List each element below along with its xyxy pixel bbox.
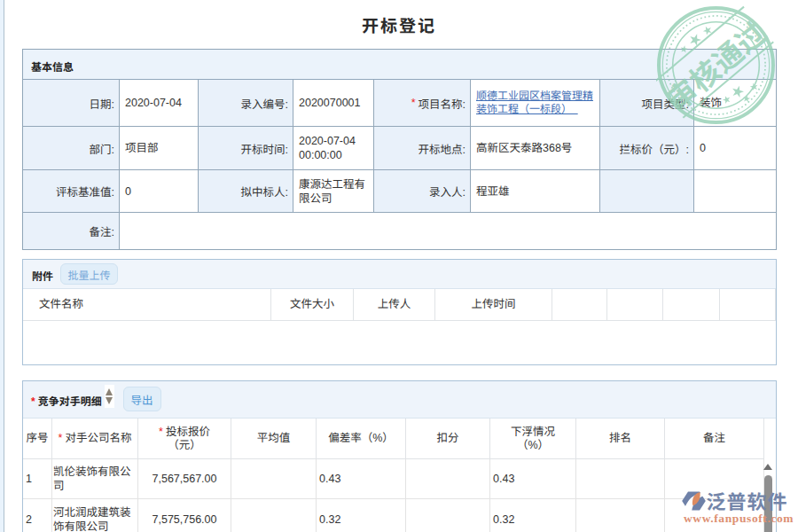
svg-text:审核通过: 审核通过 — [661, 16, 773, 117]
svg-text:泛普软件: 泛普软件 — [707, 491, 788, 513]
svg-text:www.fanpusoft.com: www.fanpusoft.com — [684, 512, 794, 525]
